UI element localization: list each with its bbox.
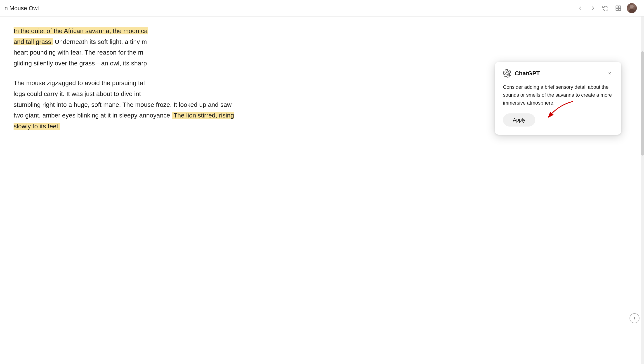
text-plain-2a: The mouse zigzagged to avoid the pursuin… <box>14 79 145 86</box>
text-highlighted-1a: In the quiet of the African savanna, the… <box>14 27 148 34</box>
popup-title-row: ChatGPT <box>503 69 540 78</box>
svg-point-5 <box>629 9 635 13</box>
text-highlighted-1c: and tall grass. <box>14 38 53 45</box>
scrollbar-track <box>641 17 644 364</box>
text-plain-1e: heart pounding with fear. The reason for… <box>14 49 143 56</box>
forward-button[interactable] <box>589 4 597 12</box>
avatar[interactable] <box>627 3 637 13</box>
popup-title-text: ChatGPT <box>515 70 540 77</box>
text-plain-2b: legs could carry it. It was just about t… <box>14 90 141 97</box>
avatar-image <box>627 3 637 13</box>
toolbar: n Mouse Owl <box>0 0 644 17</box>
chatgpt-logo-icon <box>503 69 512 78</box>
close-button[interactable]: × <box>606 70 613 77</box>
svg-rect-0 <box>616 6 618 8</box>
svg-rect-2 <box>616 8 618 11</box>
text-plain-2c: stumbling right into a huge, soft mane. … <box>14 101 232 108</box>
chatgpt-popup: ChatGPT × Consider adding a brief sensor… <box>495 62 622 135</box>
comment-bubble[interactable]: 1 <box>630 313 640 323</box>
svg-rect-3 <box>618 8 620 11</box>
page-title: n Mouse Owl <box>4 5 39 12</box>
text-highlighted-2f: slowly to its feet. <box>14 123 60 130</box>
text-plain-1d: Underneath its soft light, a tiny m <box>53 38 147 45</box>
svg-point-4 <box>630 5 634 8</box>
tabs-button[interactable] <box>614 4 622 12</box>
text-plain-2d: two giant, amber eyes blinking at it in … <box>14 112 172 119</box>
text-highlighted-2e: The lion stirred, rising <box>172 112 234 119</box>
apply-button[interactable]: Apply <box>503 113 535 126</box>
comment-count: 1 <box>634 316 636 320</box>
app-container: n Mouse Owl <box>0 0 644 364</box>
text-plain-1f: gliding silently over the grass—an owl, … <box>14 60 147 67</box>
back-button[interactable] <box>576 4 584 12</box>
content-area: In the quiet of the African savanna, the… <box>0 17 644 364</box>
scrollbar-thumb[interactable] <box>641 51 644 156</box>
apply-area: Apply <box>503 113 535 126</box>
popup-header: ChatGPT × <box>503 69 613 78</box>
toolbar-actions <box>576 3 637 13</box>
svg-rect-1 <box>618 6 620 8</box>
history-button[interactable] <box>602 4 610 12</box>
popup-suggestion: Consider adding a brief sensory detail a… <box>503 83 613 107</box>
